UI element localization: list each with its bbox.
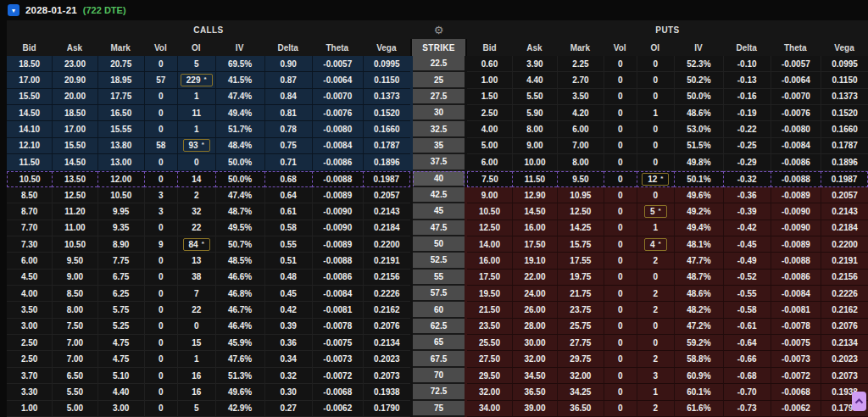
put-iv-cell[interactable]: 59.2%	[674, 335, 723, 351]
put-vega-cell[interactable]: 0.2134	[821, 335, 868, 351]
put-vega-cell[interactable]: 0.1150	[821, 72, 868, 88]
put-vol-cell[interactable]: 0	[604, 89, 637, 105]
put-delta-cell[interactable]: -0.55	[723, 286, 771, 302]
call-vega-cell[interactable]: 0.2143	[363, 203, 410, 220]
put-vega-cell[interactable]: 0.2156	[821, 270, 868, 286]
put-ask-cell[interactable]: 3.90	[512, 56, 557, 72]
put-ask-cell[interactable]: 22.00	[512, 270, 557, 286]
call-ask-cell[interactable]: 8.00	[52, 302, 97, 318]
call-delta-cell[interactable]: 0.27	[264, 401, 312, 417]
put-vol-cell[interactable]: 0	[604, 270, 637, 286]
put-oi-cell[interactable]: 0	[637, 270, 674, 286]
put-oi-cell[interactable]: 1	[637, 105, 674, 121]
put-oi-cell[interactable]: 4*	[637, 236, 674, 253]
call-vega-cell[interactable]: 0.1938	[363, 384, 410, 400]
call-vol-cell[interactable]: 58	[144, 138, 177, 154]
call-theta-cell[interactable]: -0.0086	[312, 154, 363, 170]
call-oi-cell[interactable]: 11	[177, 105, 215, 121]
put-theta-cell[interactable]: -0.0089	[771, 236, 821, 253]
call-vol-cell[interactable]: 0	[144, 368, 177, 384]
put-delta-cell[interactable]: -0.10	[723, 56, 771, 72]
call-vol-cell[interactable]: 0	[144, 319, 177, 335]
put-delta-cell[interactable]: -0.16	[723, 89, 771, 105]
call-vega-cell[interactable]: 0.1987	[363, 171, 410, 187]
call-vega-cell[interactable]: 0.1373	[363, 89, 410, 105]
put-mark-cell[interactable]: 19.75	[557, 270, 604, 286]
put-delta-cell[interactable]: -0.25	[723, 138, 771, 154]
call-vega-cell[interactable]: 0.2184	[363, 220, 410, 236]
call-bid-cell[interactable]: 11.50	[7, 154, 52, 170]
put-bid-cell[interactable]: 29.50	[467, 368, 512, 384]
put-ask-cell[interactable]: 24.00	[512, 286, 557, 302]
put-theta-cell[interactable]: -0.0072	[771, 368, 821, 384]
put-mark-cell[interactable]: 23.75	[557, 302, 604, 318]
put-oi-cell[interactable]: 2	[637, 302, 674, 318]
put-ask-cell[interactable]: 16.00	[512, 220, 557, 236]
call-vol-cell[interactable]: 9	[144, 236, 177, 253]
put-mark-cell[interactable]: 8.00	[557, 154, 604, 170]
put-delta-cell[interactable]: -0.64	[723, 335, 771, 351]
call-theta-cell[interactable]: -0.0081	[312, 302, 363, 318]
call-bid-cell[interactable]: 3.50	[7, 302, 52, 318]
put-iv-cell[interactable]: 60.1%	[674, 384, 723, 400]
put-bid-cell[interactable]: 34.00	[467, 401, 512, 417]
put-delta-cell[interactable]: -0.39	[723, 203, 771, 220]
put-iv-cell[interactable]: 50.0%	[674, 89, 723, 105]
call-delta-cell[interactable]: 0.78	[264, 121, 312, 137]
put-iv-cell[interactable]: 49.8%	[674, 154, 723, 170]
put-iv-cell[interactable]: 50.1%	[674, 171, 723, 187]
call-ask-cell[interactable]: 7.00	[52, 351, 97, 367]
call-vol-cell[interactable]: 0	[144, 56, 177, 72]
put-vol-cell[interactable]: 0	[604, 105, 637, 121]
put-vega-cell[interactable]: 0.1896	[821, 154, 868, 170]
call-mark-cell[interactable]: 5.75	[97, 302, 144, 318]
put-bid-cell[interactable]: 32.00	[467, 384, 512, 400]
call-delta-cell[interactable]: 0.84	[264, 89, 312, 105]
put-iv-cell[interactable]: 48.6%	[674, 286, 723, 302]
put-mark-cell[interactable]: 2.25	[557, 56, 604, 72]
put-bid-cell[interactable]: 7.50	[467, 171, 512, 187]
call-vol-cell[interactable]: 0	[144, 105, 177, 121]
call-vol-cell[interactable]: 57	[144, 72, 177, 88]
put-bid-cell[interactable]: 21.50	[467, 302, 512, 318]
put-mark-cell[interactable]: 27.75	[557, 335, 604, 351]
call-ask-cell[interactable]: 7.50	[52, 319, 97, 335]
call-theta-cell[interactable]: -0.0090	[312, 220, 363, 236]
put-iv-cell[interactable]: 48.1%	[674, 236, 723, 253]
put-ask-cell[interactable]: 26.00	[512, 302, 557, 318]
call-vol-cell[interactable]: 3	[144, 187, 177, 203]
call-vega-cell[interactable]: 0.2073	[363, 368, 410, 384]
put-bid-cell[interactable]: 12.50	[467, 220, 512, 236]
call-iv-cell[interactable]: 49.6%	[215, 384, 264, 400]
put-theta-cell[interactable]: -0.0064	[771, 72, 821, 88]
put-vol-cell[interactable]: 0	[604, 286, 637, 302]
put-iv-cell[interactable]: 49.6%	[674, 187, 723, 203]
put-bid-cell[interactable]: 10.50	[467, 203, 512, 220]
call-delta-cell[interactable]: 0.42	[264, 302, 312, 318]
call-ask-cell[interactable]: 9.50	[52, 253, 97, 269]
call-vol-cell[interactable]: 0	[144, 270, 177, 286]
call-iv-cell[interactable]: 49.4%	[215, 105, 264, 121]
put-oi-cell[interactable]: 0	[637, 56, 674, 72]
call-oi-cell[interactable]: 16	[177, 384, 215, 400]
call-oi-cell[interactable]: 1	[177, 351, 215, 367]
call-iv-cell[interactable]: 49.5%	[215, 220, 264, 236]
scroll-to-top-button[interactable]	[852, 392, 866, 411]
put-vol-cell[interactable]: 0	[604, 138, 637, 154]
call-theta-cell[interactable]: -0.0084	[312, 138, 363, 154]
call-theta-cell[interactable]: -0.0057	[312, 56, 363, 72]
call-iv-cell[interactable]: 51.7%	[215, 121, 264, 137]
put-mark-cell[interactable]: 29.75	[557, 351, 604, 367]
call-bid-cell[interactable]: 3.00	[7, 319, 52, 335]
call-vega-cell[interactable]: 0.0995	[363, 56, 410, 72]
put-mark-cell[interactable]: 2.70	[557, 72, 604, 88]
call-vega-cell[interactable]: 0.1660	[363, 121, 410, 137]
call-ask-cell[interactable]: 12.50	[52, 187, 97, 203]
put-oi-cell[interactable]: 12*	[637, 171, 674, 187]
put-oi-cell[interactable]: 0	[637, 138, 674, 154]
put-ask-cell[interactable]: 36.50	[512, 384, 557, 400]
call-vega-cell[interactable]: 0.1896	[363, 154, 410, 170]
put-oi-cell[interactable]: 0	[637, 335, 674, 351]
put-bid-cell[interactable]: 4.00	[467, 121, 512, 137]
call-oi-cell[interactable]: 38	[177, 270, 215, 286]
